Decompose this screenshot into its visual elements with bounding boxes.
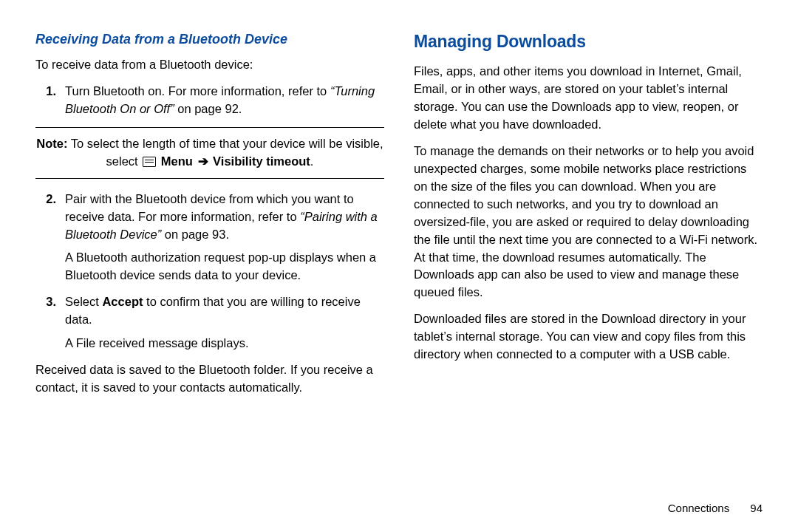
step-number: 3. [35,293,65,352]
menu-icon [143,157,156,167]
paragraph: Downloaded files are stored in the Downl… [414,310,763,364]
left-column: Receiving Data from a Bluetooth Device T… [35,30,384,406]
paragraph: Files, apps, and other items you downloa… [414,63,763,134]
subsection-heading: Receiving Data from a Bluetooth Device [35,30,384,49]
page-footer: Connections 94 [668,502,763,514]
intro-text: To receive data from a Bluetooth device: [35,56,384,74]
step-body: Select Accept to confirm that you are wi… [65,293,384,352]
step-body: Turn Bluetooth on. For more information,… [65,83,384,118]
section-label: Connections [668,502,729,514]
page-number: 94 [750,502,763,514]
step-number: 1. [35,83,65,118]
paragraph: To manage the demands on their networks … [414,143,763,301]
step-number: 2. [35,191,65,285]
note-box: Note: To select the length of time that … [35,127,384,179]
outro-text: Received data is saved to the Bluetooth … [35,361,384,397]
arrow-icon: ➔ [197,154,210,168]
right-column: Managing Downloads Files, apps, and othe… [414,30,763,406]
section-heading: Managing Downloads [414,30,763,54]
step-body: Pair with the Bluetooth device from whic… [65,191,384,285]
